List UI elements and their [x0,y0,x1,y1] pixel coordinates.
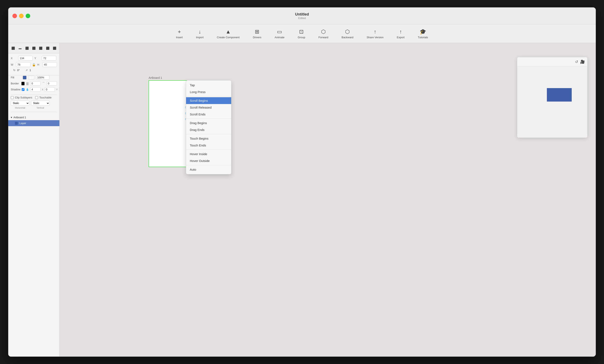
main-area: ⬛ ▬ ⬛ ⬛ ⬛ ⬛ ⬛ X Y W 🔓 [8,43,596,357]
toolbar-animate[interactable]: ▭ Animate [272,27,287,40]
close-button[interactable] [13,14,17,18]
artboard-chevron-icon: ▾ [11,116,12,119]
clip-sublayers-checkbox[interactable] [11,96,14,99]
border-label: Border [11,82,20,85]
y-input[interactable] [42,56,56,61]
align-top-btn[interactable]: ⬛ [24,45,30,51]
menu-divider-2 [186,119,231,119]
align-bottom-btn[interactable]: ⬛ [38,45,43,51]
vertical-position-select[interactable]: Static Fixed Relative [31,101,50,106]
border-color-swatch[interactable] [21,82,25,85]
menu-divider-4 [186,149,231,150]
fill-pattern-swatch[interactable] [28,76,34,79]
drivers-icon: ⊞ [255,29,259,35]
create-component-icon: ▲ [226,29,231,35]
horizontal-position-label: Horizontal [11,107,29,109]
menu-item-scroll-begins[interactable]: Scroll Begins [186,97,231,104]
align-left-btn[interactable]: ⬛ [10,45,16,51]
export-label: Export [397,36,405,39]
toolbar-group[interactable]: ⊡ Group [295,27,308,40]
scale-value: 1 [29,69,31,72]
menu-item-auto[interactable]: Auto [186,166,231,173]
h-input[interactable] [42,62,57,67]
align-dist-v-btn[interactable]: ⬛ [52,45,57,51]
canvas-area[interactable]: Artboard 1 ⚡ Tap Long Press [60,43,596,357]
wh-row: W 🔓 H [11,62,57,67]
layer-color-swatch [15,122,18,125]
menu-item-touch-ends[interactable]: Touch Ends [186,142,231,149]
create-component-label: Create Component [217,36,240,39]
x-input[interactable] [18,56,33,61]
divider-1 [11,95,57,95]
align-dist-h-btn[interactable]: ⬛ [45,45,50,51]
align-center-h-btn[interactable]: ▬ [17,45,23,51]
y-label: Y [34,57,40,60]
shadow-drop-icon: 💧 [26,88,29,91]
insert-icon: + [178,29,181,35]
shadow-x-input[interactable] [45,87,55,92]
preview-camera-btn[interactable]: 🎥 [580,60,585,64]
toolbar-import[interactable]: ↓ Import [194,27,206,40]
artboard-canvas-label: Artboard 1 [149,76,162,79]
toolbar-export[interactable]: ↑ Export [394,27,407,40]
preview-rect [547,88,572,102]
border-radius-input[interactable] [47,81,57,86]
border-width-input[interactable] [30,81,41,86]
tutorials-icon: 🎓 [420,29,426,35]
toolbar-drivers[interactable]: ⊞ Drivers [250,27,264,40]
align-center-v-btn[interactable]: ⬛ [31,45,37,51]
menu-item-drag-ends[interactable]: Drag Ends [186,126,231,133]
border-radius-icon: ⌒ [42,82,45,85]
shadow-checkbox[interactable] [22,88,25,91]
preview-undo-btn[interactable]: ↺ [575,60,578,64]
fill-color-swatch[interactable] [23,76,26,79]
window-subtitle: Edited [295,17,309,20]
menu-item-scroll-ends[interactable]: Scroll Ends [186,111,231,118]
artboard-group-header[interactable]: ▾ Artboard 1 [8,115,59,120]
touchable-checkbox[interactable] [35,96,38,99]
opacity-input[interactable] [36,75,50,80]
fill-label: Fill [11,76,21,79]
w-input[interactable] [16,62,30,67]
import-icon: ↓ [199,29,201,35]
shadow-blur-input[interactable] [30,87,41,92]
position-props: X Y W 🔓 H ↻ 0° ↗ 1 [8,53,59,75]
layer-label: Layer [19,121,26,125]
menu-item-drag-begins[interactable]: Drag Begins [186,120,231,126]
tutorials-label: Tutorials [418,36,428,39]
toolbar-forward[interactable]: ⬡ Forward [316,27,331,40]
menu-item-scroll-released[interactable]: Scroll Released [186,104,231,111]
app-window: Untitled Edited + Insert ↓ Import ▲ Crea… [8,7,596,357]
minimize-button[interactable] [19,14,24,18]
import-label: Import [196,36,204,39]
animate-icon: ▭ [277,29,282,35]
toolbar-backward[interactable]: ⬡ Backward [339,27,356,40]
backward-icon: ⬡ [345,29,350,35]
preview-canvas [517,66,587,137]
insert-label: Insert [176,36,183,39]
toolbar-insert[interactable]: + Insert [174,27,185,40]
share-version-icon: ↑ [374,29,377,35]
menu-item-hover-outside[interactable]: Hover Outside [186,158,231,164]
menu-item-long-press[interactable]: Long Press [186,88,231,95]
horizontal-position-select[interactable]: Static Fixed Relative [11,101,29,106]
menu-divider-5 [186,165,231,165]
clip-sublayers-label: Clip Sublayers [15,96,32,99]
border-row: Border ||| ⌒ [8,81,59,86]
toolbar-share-version[interactable]: ↑ Share Version [364,27,386,40]
layer-item[interactable]: Layer [8,120,59,126]
animate-label: Animate [275,36,285,39]
shadow-y-label: Y [56,88,58,91]
maximize-button[interactable] [26,14,30,18]
window-controls [13,14,30,18]
menu-item-tap[interactable]: Tap [186,82,231,88]
drivers-label: Drivers [253,36,261,39]
toolbar-tutorials[interactable]: 🎓 Tutorials [415,27,430,40]
toolbar-create-component[interactable]: ▲ Create Component [214,27,242,40]
preview-header: ↺ 🎥 [517,57,587,66]
xy-row: X Y [11,56,57,61]
shadow-label: Shadow [11,88,21,91]
menu-item-hover-inside[interactable]: Hover Inside [186,151,231,158]
lock-icon[interactable]: 🔓 [32,63,36,66]
menu-item-touch-begins[interactable]: Touch Begins [186,135,231,142]
